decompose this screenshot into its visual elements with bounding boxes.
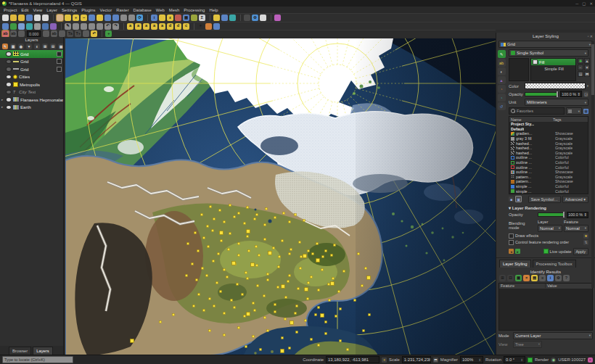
layer-item-earth[interactable]: ▸Earth [0,104,63,112]
vertex-tool-icon[interactable] [89,23,95,30]
scale-bar-decoration-icon[interactable] [205,23,212,30]
style-item[interactable]: hashed...Grayscale [509,146,588,151]
style-item[interactable]: simple ...Colorful [509,184,588,189]
map-canvas[interactable] [65,38,496,355]
styling-tab-temporal[interactable]: ◔ [498,94,506,102]
filter-by-expression-icon[interactable]: ε [34,44,40,49]
symbol-checkbox[interactable] [533,59,538,65]
layer-item-flanaess-hepmonaland-high-reso[interactable]: ▸Flanaess Hepmonaland - high resolut [0,96,63,104]
styling-tab-3d-view[interactable]: ▲ [498,76,506,84]
messages-icon[interactable]: ▪ [588,357,593,363]
style-history-back-icon[interactable]: ◂ [509,249,514,254]
manage-map-themes-icon[interactable]: ◉ [18,44,24,49]
undo-icon[interactable]: ↶ [104,23,111,30]
symbol-tree-simple-fill-row[interactable]: Simple Fill [531,65,575,72]
menu-edit[interactable]: Edit [19,8,30,12]
new-project-icon[interactable] [2,15,9,21]
duplicate-symbol-layer-button[interactable]: ▤ [578,71,583,77]
magnifier-value[interactable]: 100%⇕ [460,356,483,363]
menu-processing[interactable]: Processing [181,8,207,12]
add-vector-layer-icon[interactable] [10,23,17,30]
styling-layer-select[interactable]: Grid▾ [498,41,593,48]
scale-value[interactable]: 1:231,724,238▾ [402,356,431,363]
layer-item-metropolis[interactable]: Metropolis [0,80,63,88]
move-up-button[interactable]: ▲ [584,58,590,64]
style-history-forward-icon[interactable]: ▸ [515,249,520,254]
expand-new-results-icon[interactable]: ▣ [515,275,522,281]
zoom-out-icon[interactable]: − [81,15,87,21]
layer-filter-badge[interactable] [57,67,62,72]
select-features-icon[interactable] [159,15,165,21]
expand-icon[interactable]: ▸ [1,98,4,102]
filter-legend-icon[interactable]: ▼ [26,44,32,49]
zoom-full-icon[interactable] [97,15,103,21]
show-layout-manager-icon[interactable] [42,15,49,21]
lock-scale-icon[interactable]: ⬒ [433,357,438,363]
pin-labels-icon[interactable]: a [127,23,134,30]
identify-column-value[interactable]: Value [546,284,592,288]
grid-decoration-icon[interactable] [213,23,220,30]
label-rotation-spinbox[interactable]: 0.000 [27,30,41,37]
temporal-controller-icon[interactable] [229,15,236,21]
layer-labeling-options-icon[interactable]: ab [2,30,9,37]
layer-rendering-header[interactable]: ▾ Layer Rendering [509,205,591,210]
style-item[interactable]: gradien...Showcase [509,131,588,136]
identify-view-select[interactable]: Tree▾ [513,341,542,348]
data-source-manager-icon[interactable] [2,23,9,30]
measure-line-icon[interactable] [191,15,197,21]
style-item[interactable]: gray 3 fillGrayscale [509,136,588,141]
opacity-value[interactable]: 100.0 % ⇕ [560,91,582,97]
menu-help[interactable]: Help [207,8,220,12]
python-console-icon[interactable] [260,15,266,21]
annotation-toolbar-icon[interactable] [274,15,281,21]
expand-tree-icon[interactable]: ⊞ [499,275,506,281]
expand-all-icon[interactable]: ⊞ [42,44,48,49]
new-bookmark-icon[interactable] [213,15,220,21]
add-wms-layer-icon[interactable] [50,23,57,30]
pin-diagram-icon[interactable]: d [167,23,173,30]
style-item[interactable]: outline ...Showcase [509,170,588,175]
render-checkbox[interactable] [528,357,533,363]
add-annotation-icon[interactable]: + [105,30,112,37]
clear-results-icon[interactable]: × [523,275,530,281]
styling-tab-history[interactable]: ↺ [498,102,506,110]
column-name[interactable]: Name [509,117,551,122]
locator-input[interactable]: Type to locate (Ctrl+K) [2,356,73,363]
layer-visibility-eye-icon[interactable] [6,51,12,57]
style-item[interactable]: outline ...Colorful [509,165,588,170]
advanced-button[interactable]: Advanced ▾ [562,196,588,203]
icon-view-button[interactable]: ■ [509,197,514,202]
identify-features-icon[interactable]: i [151,15,157,21]
menu-plugins[interactable]: Plugins [79,8,97,12]
list-view-button[interactable]: ▣ [515,196,522,202]
symbol-tree-fill-row[interactable]: Fill [531,59,575,65]
redo-icon[interactable]: ↷ [112,23,119,30]
north-arrow-decoration-icon[interactable]: ● [197,23,204,30]
layer-filter-badge[interactable] [57,51,62,57]
zoom-next-icon[interactable] [128,15,135,21]
remove-layer-icon[interactable]: ▦ [58,44,64,49]
define-order-icon[interactable]: ⇅ [583,240,588,245]
text-format-icon[interactable]: Ta [67,30,73,37]
feature-blend-select[interactable]: Normal▾ [564,225,588,232]
identify-mode-select[interactable]: Current Layer▾ [513,332,593,339]
text-add-icon[interactable]: T+ [75,30,81,37]
right-dock-tab-processing-toolbox[interactable]: Processing Toolbox [533,260,576,268]
customize-effects-icon[interactable]: ★ [583,233,588,239]
style-group-header[interactable]: Project Sty... [509,122,588,127]
menu-database[interactable]: Database [131,8,154,12]
rotate-label-icon[interactable]: a [151,23,157,30]
identify-settings-icon[interactable]: ⚙ [555,275,562,281]
change-label-properties-icon[interactable]: a [159,23,165,30]
toggle-editing-icon[interactable]: ✎ [65,23,71,30]
layer-visibility-eye-icon[interactable] [6,67,12,72]
layer-visibility-eye-icon[interactable] [6,75,12,80]
add-group-icon[interactable]: ▣ [10,44,16,49]
style-search-input[interactable]: Favorites [509,107,565,115]
rule-based-labeling-icon[interactable]: ab [10,30,17,37]
layer-visibility-eye-icon[interactable] [6,90,12,95]
copy-feature-icon[interactable]: ▤ [531,275,538,281]
minimize-button[interactable]: ─ [575,1,578,6]
layer-visibility-eye-icon[interactable] [6,97,12,102]
dock-tab-browser[interactable]: Browser [9,347,31,355]
